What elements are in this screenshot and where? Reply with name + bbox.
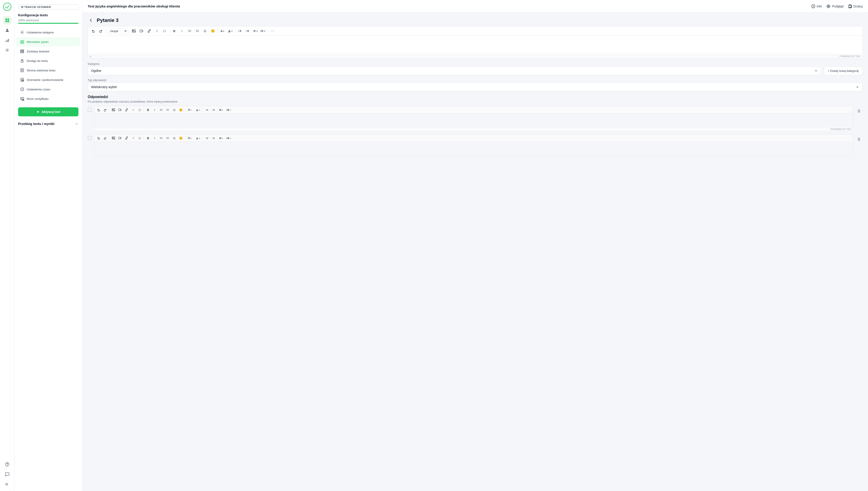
sidebar-item-testsets[interactable]: Zestawy testowe <box>16 47 80 56</box>
svg-rect-18 <box>21 51 24 52</box>
nav-icon-settings[interactable] <box>3 46 11 54</box>
insert-link-button[interactable] <box>146 28 152 34</box>
sidebar-item-time[interactable]: Ustawienia czasu <box>16 85 80 94</box>
special-chars-button[interactable]: Ω <box>202 28 208 34</box>
nav-icon-feedback[interactable] <box>3 470 11 478</box>
back-button[interactable] <box>88 17 94 24</box>
sidebar-item-certificate[interactable]: Wzór certyfikatu <box>16 94 80 103</box>
answer2-bullet-list[interactable] <box>225 135 232 141</box>
answer-checkbox-1[interactable] <box>88 108 92 112</box>
answer2-fontcolor[interactable]: A <box>186 135 194 141</box>
answer1-code[interactable]: {} <box>137 107 143 113</box>
info-action[interactable]: Info <box>811 4 822 8</box>
answer2-subscript[interactable]: X2 <box>158 135 164 141</box>
nav-icon-analytics[interactable] <box>3 36 11 44</box>
redo-button[interactable] <box>97 28 104 34</box>
answer1-link[interactable] <box>124 107 130 113</box>
indent-increase-button[interactable] <box>244 28 251 34</box>
answer1-bold[interactable]: B <box>145 107 151 113</box>
answer1-subscript[interactable]: X2 <box>158 107 164 113</box>
subscript-button[interactable]: X2 <box>186 28 193 34</box>
answer2-redo[interactable] <box>102 135 108 141</box>
insert-code-button[interactable]: {} <box>161 28 168 34</box>
emoji-button[interactable]: 🙂 <box>209 28 216 34</box>
nav-icon-help[interactable] <box>3 460 11 468</box>
answer1-omega[interactable]: Ω <box>171 107 177 113</box>
font-color-button[interactable]: A <box>219 28 226 34</box>
superscript-button[interactable]: X2 <box>194 28 201 34</box>
answer1-redo[interactable] <box>102 107 108 113</box>
answer2-italic[interactable]: I <box>152 135 158 141</box>
sidebar-item-settings[interactable]: Ustawienia wstępne <box>16 28 80 37</box>
svg-rect-8 <box>8 39 9 42</box>
answer2-ordered-list[interactable] <box>217 135 224 141</box>
answer1-editor-body[interactable] <box>94 114 853 127</box>
more-options-button[interactable]: ··· <box>269 28 276 34</box>
bullet-list-button[interactable] <box>259 28 266 34</box>
preview-action[interactable]: Podgląd <box>827 4 843 8</box>
sidebar-item-access[interactable]: Dostęp do testu <box>16 56 80 65</box>
paragraph-select[interactable]: Akapit <box>107 28 128 34</box>
insert-image-button[interactable] <box>131 28 137 34</box>
progress-fill <box>18 23 79 24</box>
answer1-delete-button[interactable] <box>855 107 863 115</box>
answer2-highlight[interactable] <box>194 135 201 141</box>
activate-button[interactable]: Aktywuj test <box>18 107 79 116</box>
answer2-editor-body[interactable] <box>94 142 853 155</box>
answer-checkbox-2[interactable] <box>88 136 92 140</box>
answer1-indent-inc[interactable] <box>211 107 216 113</box>
answer2-emoji[interactable]: 🙂 <box>178 135 184 141</box>
nav-icon-dashboard[interactable] <box>3 16 11 24</box>
answer2-code[interactable]: {} <box>137 135 143 141</box>
answer1-fontcolor[interactable]: A <box>186 107 194 113</box>
answer-type-select[interactable]: Wielokrotny wybór <box>88 83 863 91</box>
svg-rect-15 <box>22 40 24 42</box>
svg-point-29 <box>828 6 829 7</box>
answer2-superscript[interactable]: X2 <box>165 135 171 141</box>
answer2-formula[interactable]: √ <box>130 135 136 141</box>
answer2-image[interactable] <box>111 135 116 141</box>
sidebar-item-questions[interactable]: Menedżer pytań <box>16 37 80 46</box>
app-logo[interactable] <box>3 3 11 11</box>
answer1-emoji[interactable]: 🙂 <box>178 107 184 113</box>
insert-video-button[interactable] <box>138 28 145 34</box>
highlight-button[interactable] <box>227 28 233 34</box>
add-category-label: + Dodaj nową kategorię <box>828 69 859 73</box>
question-editor-body[interactable] <box>88 36 862 54</box>
undo-button[interactable] <box>90 28 96 34</box>
answer1-bullet-list[interactable] <box>225 107 232 113</box>
nav-icon-collapse[interactable] <box>3 480 11 488</box>
answer1-undo[interactable] <box>95 107 102 113</box>
ordered-list-button[interactable]: 1. <box>252 28 259 34</box>
sidebar-item-startpage[interactable]: Strona startowa testu <box>16 66 80 75</box>
answer2-bold[interactable]: B <box>145 135 151 141</box>
answer1-indent-dec[interactable] <box>204 107 210 113</box>
indent-decrease-button[interactable] <box>236 28 243 34</box>
answer1-image[interactable] <box>111 107 116 113</box>
category-select[interactable]: Ogólne <box>88 66 821 75</box>
answer1-ordered-list[interactable] <box>217 107 224 113</box>
info-label: Info <box>817 4 822 8</box>
answer2-link[interactable] <box>124 135 130 141</box>
answer1-highlight[interactable] <box>194 107 201 113</box>
sidebar-item-grading[interactable]: Ocenianie i podsumowanie <box>16 75 80 84</box>
answer1-italic[interactable]: I <box>152 107 158 113</box>
svg-rect-42 <box>119 109 121 111</box>
answer2-indent-dec[interactable] <box>204 135 210 141</box>
answer1-superscript[interactable]: X2 <box>165 107 171 113</box>
print-action[interactable]: Drukuj <box>848 4 863 8</box>
add-category-button[interactable]: + Dodaj nową kategorię <box>824 67 863 75</box>
bold-button[interactable]: B <box>171 28 178 34</box>
answer2-omega[interactable]: Ω <box>171 135 177 141</box>
italic-button[interactable]: I <box>178 28 185 34</box>
answer2-video[interactable] <box>117 135 123 141</box>
answer1-formula[interactable]: √ <box>130 107 136 113</box>
answer2-undo[interactable] <box>95 135 102 141</box>
answer2-indent-inc[interactable] <box>211 135 216 141</box>
answer2-delete-button[interactable] <box>855 136 863 143</box>
chevron-down-icon <box>75 122 79 126</box>
nav-icon-users[interactable] <box>3 26 11 34</box>
answer1-video[interactable] <box>117 107 123 113</box>
svg-rect-7 <box>7 40 7 42</box>
insert-formula-button[interactable]: √ <box>153 28 160 34</box>
